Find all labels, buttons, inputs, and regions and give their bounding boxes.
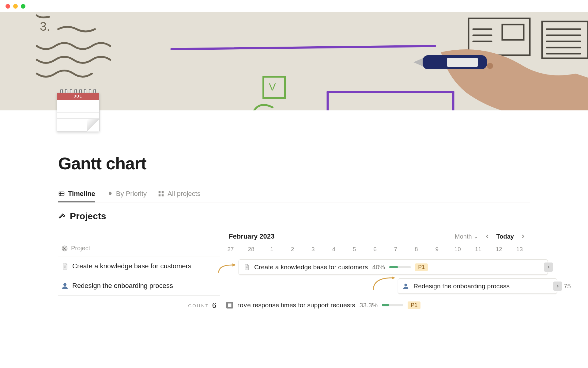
gantt-bar[interactable]: Redesign the onboarding process 75 xyxy=(398,278,557,294)
dependency-arrow xyxy=(217,262,242,274)
page-title[interactable]: Gantt chart xyxy=(58,153,530,173)
count-value: 6 xyxy=(212,301,216,310)
day-cell: 2 xyxy=(282,243,303,256)
progress-bar xyxy=(382,304,403,306)
bar-percent: 75 xyxy=(564,282,571,290)
project-row[interactable]: Redesign the onboarding process xyxy=(58,276,220,296)
day-cell: 13 xyxy=(509,243,530,256)
page-icon-month: JUL xyxy=(57,93,99,100)
tab-label: All projects xyxy=(168,190,201,198)
svg-marker-26 xyxy=(392,276,395,279)
timeline-icon xyxy=(58,190,65,197)
window-minimize-button[interactable] xyxy=(13,4,18,9)
project-name: Redesign the onboarding process xyxy=(72,282,173,290)
expand-icon[interactable] xyxy=(553,282,562,291)
group-title-text: Projects xyxy=(70,211,106,221)
next-button[interactable] xyxy=(520,233,526,240)
window-zoom-button[interactable] xyxy=(21,4,25,9)
svg-rect-14 xyxy=(159,191,160,193)
month-label: February 2023 xyxy=(229,232,274,240)
timeline-view: Project Create a knowledge base for cust… xyxy=(58,229,530,315)
flame-icon xyxy=(106,190,113,197)
gantt-bar[interactable]: Create a knowledge base for customers 40… xyxy=(239,259,548,275)
day-cell: 7 xyxy=(385,243,406,256)
gantt-bar[interactable]: rove response times for support requests… xyxy=(226,297,468,313)
today-button[interactable]: Today xyxy=(496,233,514,240)
target-icon xyxy=(61,245,68,252)
bar-name: Create a knowledge base for customers xyxy=(254,263,368,271)
chevron-down-icon xyxy=(474,234,478,239)
svg-rect-8 xyxy=(447,58,478,67)
svg-marker-25 xyxy=(232,263,236,266)
svg-point-29 xyxy=(404,284,407,286)
svg-rect-17 xyxy=(162,194,164,196)
bar-percent: 33.3% xyxy=(360,301,378,309)
doc-icon xyxy=(61,263,69,270)
day-cell: 28 xyxy=(241,243,261,256)
hammer-icon xyxy=(58,212,66,220)
tab-all-projects[interactable]: All projects xyxy=(158,189,201,202)
svg-point-10 xyxy=(487,63,493,69)
tab-by-priority[interactable]: By Priority xyxy=(106,189,147,202)
expand-icon[interactable] xyxy=(544,263,553,272)
tab-label: By Priority xyxy=(116,190,147,198)
grey-icon xyxy=(226,302,233,309)
day-cell: 8 xyxy=(406,243,427,256)
group-title[interactable]: Projects xyxy=(58,211,530,221)
bar-percent: 40% xyxy=(372,263,385,271)
count-row: COUNT 6 xyxy=(58,296,220,315)
day-cell: 4 xyxy=(323,243,344,256)
bar-name: Redesign the onboarding process xyxy=(413,282,510,290)
progress-bar xyxy=(389,266,411,268)
window-titlebar xyxy=(0,0,588,12)
svg-point-24 xyxy=(63,283,66,286)
priority-tag: P1 xyxy=(408,301,420,309)
dependency-arrow xyxy=(370,275,401,293)
count-label: COUNT xyxy=(188,303,209,308)
window-close-button[interactable] xyxy=(6,4,10,9)
person-icon xyxy=(402,283,409,289)
person-icon xyxy=(61,282,69,289)
day-cell: 9 xyxy=(427,243,447,256)
svg-text:V: V xyxy=(269,81,276,93)
day-cell: 1 xyxy=(262,243,282,256)
svg-text:3.: 3. xyxy=(40,20,50,33)
project-name: Create a knowledge base for customers xyxy=(72,262,191,270)
tab-label: Timeline xyxy=(68,190,95,198)
day-cell: 27 xyxy=(220,243,241,256)
svg-rect-15 xyxy=(162,191,164,193)
priority-tag: P1 xyxy=(415,263,428,271)
svg-rect-16 xyxy=(159,194,160,196)
day-cell: 11 xyxy=(468,243,488,256)
tab-timeline[interactable]: Timeline xyxy=(58,189,95,202)
scale-label: Month xyxy=(455,233,472,240)
project-column-header[interactable]: Project xyxy=(58,229,220,256)
day-header: 27 28 1 2 3 4 5 6 7 8 9 10 11 12 13 xyxy=(220,243,530,256)
page-icon-calendar[interactable]: JUL xyxy=(57,89,100,132)
svg-rect-30 xyxy=(228,304,232,307)
tab-bar: Timeline By Priority All projects xyxy=(58,189,530,202)
project-row[interactable]: Create a knowledge base for customers xyxy=(58,256,220,276)
svg-point-20 xyxy=(64,248,65,249)
grid-icon xyxy=(158,190,164,197)
day-cell: 6 xyxy=(365,243,385,256)
day-cell: 12 xyxy=(488,243,509,256)
day-cell: 10 xyxy=(447,243,468,256)
scale-selector[interactable]: Month xyxy=(455,233,478,240)
bar-name: rove response times for support requests xyxy=(237,301,355,309)
project-column-label: Project xyxy=(71,245,90,252)
day-cell: 3 xyxy=(303,243,323,256)
doc-icon xyxy=(243,264,250,270)
prev-button[interactable] xyxy=(484,233,490,240)
day-cell: 5 xyxy=(344,243,364,256)
